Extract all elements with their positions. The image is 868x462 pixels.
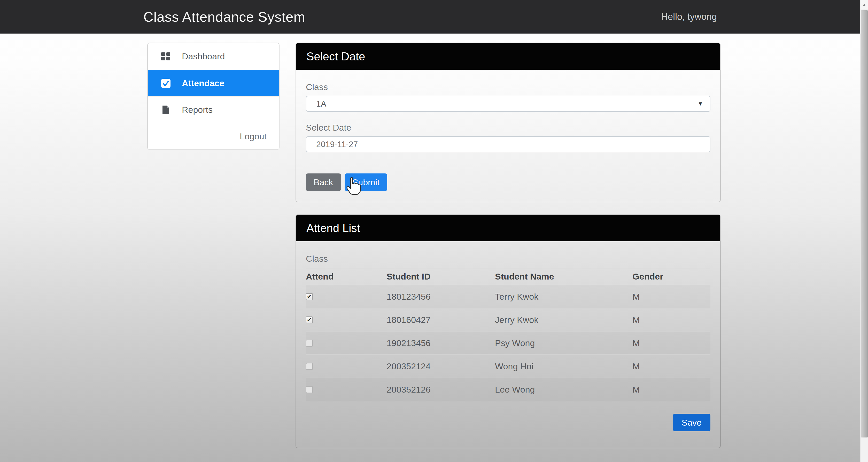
scrollbar-up-arrow-icon[interactable]: ▲ (861, 0, 868, 9)
save-button[interactable]: Save (673, 414, 711, 431)
attend-checkbox[interactable] (306, 386, 313, 393)
column-header-gender: Gender (632, 268, 710, 285)
sidebar-item-attendance[interactable]: Attendace (148, 70, 279, 96)
column-header-student-name: Student Name (495, 268, 632, 285)
attend-table-body: ✔ 180123456 Terry Kwok M ✔ 180160427 Jer… (306, 285, 710, 401)
app-title: Class Attendance System (144, 9, 305, 25)
sidebar-item-reports[interactable]: Reports (148, 96, 279, 123)
column-header-student-id: Student ID (387, 268, 495, 285)
table-row: ✔ 180123456 Terry Kwok M (306, 285, 710, 308)
attend-checkbox[interactable]: ✔ (306, 317, 313, 323)
class-label: Class (306, 82, 710, 92)
cell-student-id: 200352124 (387, 355, 495, 378)
class-select-value: 1A (316, 99, 326, 109)
chevron-down-icon: ▼ (698, 100, 703, 107)
sidebar-item-label: Reports (182, 105, 213, 115)
date-input[interactable] (306, 136, 710, 152)
attend-table: Attend Student ID Student Name Gender ✔ … (306, 268, 710, 401)
cell-student-name: Lee Wong (495, 378, 632, 401)
attend-checkbox[interactable]: ✔ (306, 293, 313, 300)
cell-gender: M (632, 331, 710, 355)
logout-label: Logout (240, 131, 267, 141)
sidebar-item-logout[interactable]: Logout (148, 123, 279, 150)
page: Class Attendance System Hello, tywong Da… (0, 0, 868, 448)
submit-button[interactable]: Submit (345, 173, 388, 191)
table-row: ✔ 180160427 Jerry Kwok M (306, 308, 710, 331)
cell-student-name: Wong Hoi (495, 355, 632, 378)
select-date-panel-title: Select Date (296, 43, 720, 70)
sidebar-item-label: Dashboard (182, 52, 225, 61)
date-label: Select Date (306, 123, 710, 133)
table-row: 200352124 Wong Hoi M (306, 355, 710, 378)
file-icon (161, 105, 171, 115)
back-button[interactable]: Back (306, 173, 341, 191)
grid-icon (161, 53, 171, 61)
attend-list-panel: Attend List Class Attend Student ID Stud… (296, 214, 721, 448)
cell-student-name: Jerry Kwok (495, 308, 632, 331)
select-date-panel: Select Date Class 1A ▼ Select Date Back … (296, 42, 721, 202)
attend-checkbox[interactable] (306, 363, 313, 370)
cell-student-name: Psy Wong (495, 331, 632, 355)
attend-list-panel-title: Attend List (296, 215, 720, 241)
scrollbar-thumb[interactable] (861, 10, 868, 437)
cell-student-id: 190213456 (387, 331, 495, 355)
main-content: Select Date Class 1A ▼ Select Date Back … (296, 42, 721, 448)
sidebar-item-dashboard[interactable]: Dashboard (148, 43, 279, 70)
table-row: 190213456 Psy Wong M (306, 331, 710, 355)
cell-student-id: 180160427 (387, 308, 495, 331)
check-square-icon (161, 78, 171, 88)
cell-student-id: 200352126 (387, 378, 495, 401)
table-row: 200352126 Lee Wong M (306, 378, 710, 401)
vertical-scrollbar[interactable]: ▲ (860, 0, 868, 462)
column-header-attend: Attend (306, 268, 387, 285)
user-greeting: Hello, tywong (661, 11, 717, 22)
cell-gender: M (632, 285, 710, 308)
cell-gender: M (632, 378, 710, 401)
cell-gender: M (632, 355, 710, 378)
attend-table-header-row: Attend Student ID Student Name Gender (306, 268, 710, 285)
top-navbar: Class Attendance System Hello, tywong (0, 0, 860, 34)
attend-checkbox[interactable] (306, 340, 313, 346)
class-select[interactable]: 1A ▼ (306, 96, 710, 112)
cell-student-name: Terry Kwok (495, 285, 632, 308)
attend-class-label: Class (306, 254, 710, 264)
cell-gender: M (632, 308, 710, 331)
sidebar-item-label: Attendace (182, 78, 224, 88)
sidebar: Dashboard Attendace Repo (147, 42, 280, 150)
cell-student-id: 180123456 (387, 285, 495, 308)
